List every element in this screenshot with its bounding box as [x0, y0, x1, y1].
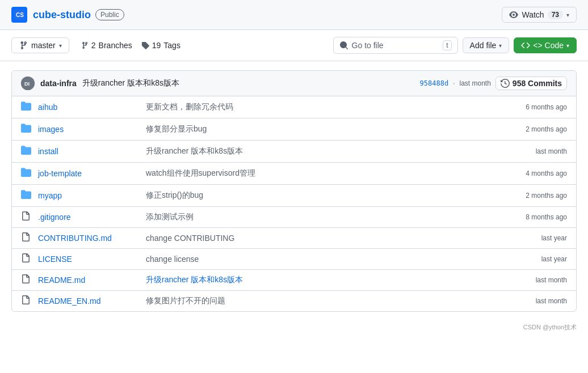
eye-icon — [509, 10, 518, 19]
file-commit-message: change CONTRIBUTING — [146, 234, 505, 243]
repo-toolbar: master ▾ 2 Branches 19 Tags Go to file t — [0, 30, 588, 61]
search-area: Go to file t Add file ▾ <> Code ▾ — [333, 37, 577, 54]
file-icon — [21, 274, 32, 286]
header-actions: Watch 73 ▾ — [502, 7, 577, 23]
repo-logo: CS — [11, 7, 27, 23]
folder-icon — [21, 101, 32, 113]
add-file-button[interactable]: Add file ▾ — [463, 37, 510, 53]
add-file-chevron-icon: ▾ — [499, 43, 502, 49]
branch-meta: 2 Branches 19 Tags — [81, 41, 180, 50]
file-table: DI data-infra 升级rancher 版本和k8s版本 958488d… — [11, 70, 577, 312]
folder-icon — [21, 123, 32, 135]
commits-label: 958 Commits — [513, 79, 562, 88]
folder-icon — [21, 189, 32, 202]
tag-icon — [141, 41, 149, 49]
file-time: 2 months ago — [510, 192, 567, 200]
branch-selector[interactable]: master ▾ — [11, 37, 69, 53]
commit-separator: · — [453, 79, 455, 87]
table-row: .gitignore添加测试示例8 months ago — [12, 207, 576, 228]
repo-name[interactable]: cube-studio — [33, 9, 91, 21]
table-row: README.md升级rancher 版本和k8s版本last month — [12, 270, 576, 291]
table-row: aihub更新文档，删除冗余代码6 months ago — [12, 96, 576, 118]
commit-time: last month — [459, 79, 490, 87]
watermark: CSDN @ython技术 — [0, 321, 588, 334]
branch-chevron-icon: ▾ — [59, 43, 62, 49]
tags-label: Tags — [163, 41, 180, 50]
file-name[interactable]: aihub — [38, 103, 140, 112]
file-time: 8 months ago — [510, 213, 567, 221]
file-commit-message: 修复图片打不开的问题 — [146, 296, 505, 306]
table-row: CONTRIBUTING.mdchange CONTRIBUTINGlast y… — [12, 228, 576, 249]
commit-message: 升级rancher 版本和k8s版本 — [82, 78, 179, 88]
branches-label: Branches — [99, 41, 132, 50]
goto-file-search[interactable]: Go to file t — [333, 37, 458, 54]
table-row: myapp修正strip()的bug2 months ago — [12, 185, 576, 207]
search-shortcut: t — [443, 40, 451, 50]
file-commit-message: change license — [146, 255, 505, 264]
file-commit-message: watch组件使用supervisord管理 — [146, 168, 505, 179]
svg-text:DI: DI — [24, 81, 30, 87]
file-name[interactable]: README_EN.md — [38, 296, 140, 306]
file-rows-container: aihub更新文档，删除冗余代码6 months agoimages修复部分显示… — [12, 96, 576, 311]
file-name[interactable]: myapp — [38, 191, 140, 200]
code-icon — [521, 41, 530, 50]
branch-icon — [19, 41, 28, 50]
commit-meta: 958488d · last month 958 Commits — [420, 77, 567, 90]
file-name[interactable]: job-template — [38, 169, 140, 178]
commits-count-link[interactable]: 958 Commits — [495, 77, 567, 90]
branches-link[interactable]: 2 Branches — [81, 41, 132, 50]
file-commit-message: 升级rancher 版本和k8s版本 — [146, 275, 505, 285]
watch-button[interactable]: Watch 73 ▾ — [502, 7, 577, 23]
file-time: last month — [510, 297, 567, 305]
file-time: last year — [510, 234, 567, 242]
watch-count: 73 — [548, 10, 563, 19]
file-time: 4 months ago — [510, 169, 567, 177]
latest-commit-row: DI data-infra 升级rancher 版本和k8s版本 958488d… — [12, 71, 576, 96]
file-name[interactable]: LICENSE — [38, 255, 140, 264]
commit-hash[interactable]: 958488d — [420, 79, 449, 87]
tags-link[interactable]: 19 Tags — [141, 41, 180, 50]
table-row: install升级rancher 版本和k8s版本last month — [12, 141, 576, 163]
commit-avatar: DI — [21, 77, 35, 90]
search-placeholder: Go to file — [352, 41, 384, 50]
file-time: 2 months ago — [510, 125, 567, 133]
search-icon — [339, 41, 348, 50]
file-time: 6 months ago — [510, 103, 567, 111]
file-commit-message: 升级rancher 版本和k8s版本 — [146, 146, 505, 156]
file-name[interactable]: images — [38, 125, 140, 134]
table-row: README_EN.md修复图片打不开的问题last month — [12, 291, 576, 311]
folder-icon — [21, 145, 32, 158]
watch-label: Watch — [522, 10, 544, 19]
history-icon — [501, 79, 510, 88]
code-chevron-icon: ▾ — [566, 43, 569, 49]
file-time: last month — [510, 147, 567, 155]
file-commit-message: 修复部分显示bug — [146, 124, 505, 134]
file-name[interactable]: README.md — [38, 275, 140, 285]
file-icon — [21, 211, 32, 223]
folder-icon — [21, 167, 32, 180]
visibility-badge: Public — [95, 9, 124, 20]
file-commit-message: 修正strip()的bug — [146, 190, 505, 201]
svg-text:CS: CS — [16, 12, 24, 18]
branch-name: master — [31, 41, 56, 50]
table-row: LICENSEchange licenselast year — [12, 249, 576, 270]
branches-count: 2 — [91, 41, 96, 50]
file-time: last month — [510, 276, 567, 284]
branches-icon — [81, 41, 89, 49]
file-time: last year — [510, 255, 567, 263]
file-name[interactable]: install — [38, 147, 140, 156]
code-button[interactable]: <> Code ▾ — [514, 37, 577, 53]
table-row: images修复部分显示bug2 months ago — [12, 118, 576, 141]
file-icon — [21, 295, 32, 307]
repo-header: CS cube-studio Public Watch 73 ▾ — [0, 0, 588, 30]
file-icon — [21, 232, 32, 244]
code-label: <> Code — [533, 41, 564, 50]
chevron-down-icon: ▾ — [566, 12, 569, 18]
commit-author[interactable]: data-infra — [40, 79, 77, 88]
tags-count: 19 — [152, 41, 161, 50]
file-commit-message: 更新文档，删除冗余代码 — [146, 102, 505, 112]
add-file-label: Add file — [470, 41, 497, 50]
file-name[interactable]: CONTRIBUTING.md — [38, 234, 140, 243]
file-name[interactable]: .gitignore — [38, 213, 140, 222]
file-icon — [21, 253, 32, 265]
